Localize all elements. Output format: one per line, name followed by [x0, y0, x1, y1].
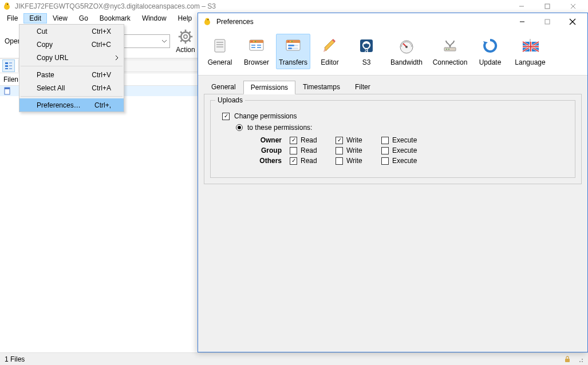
- svg-rect-33: [545, 19, 550, 24]
- action-label: Action: [176, 46, 195, 54]
- menu-help[interactable]: Help: [172, 13, 198, 23]
- svg-point-43: [253, 41, 254, 42]
- edit-menu-copy-url[interactable]: Copy URL: [19, 51, 124, 64]
- svg-rect-46: [251, 47, 255, 48]
- group-read-checkbox[interactable]: [290, 147, 297, 154]
- svg-point-61: [405, 46, 408, 48]
- prefs-tab-transfers[interactable]: Transfers: [276, 34, 310, 69]
- gear-icon: [177, 29, 194, 45]
- svg-point-27: [579, 361, 581, 362]
- svg-point-51: [288, 41, 289, 42]
- prefs-tab-s3[interactable]: a S3: [349, 34, 384, 69]
- others-execute-checkbox[interactable]: [381, 157, 389, 165]
- menu-bookmark[interactable]: Bookmark: [94, 13, 136, 23]
- svg-rect-69: [523, 46, 539, 47]
- svg-rect-57: [288, 47, 292, 49]
- prefs-tab-bandwidth[interactable]: Bandwidth: [386, 34, 427, 69]
- subtab-filter[interactable]: Filter: [348, 80, 378, 94]
- others-read-checkbox[interactable]: [290, 157, 297, 165]
- others-write-checkbox[interactable]: [336, 157, 343, 165]
- prefs-tab-transfers-label: Transfers: [279, 58, 307, 66]
- svg-point-44: [255, 41, 256, 42]
- prefs-tab-connection-label: Connection: [433, 58, 468, 66]
- read-label: Read: [301, 136, 317, 144]
- svg-line-15: [189, 31, 191, 33]
- svg-rect-37: [216, 42, 223, 43]
- menu-edit[interactable]: Edit: [23, 13, 47, 23]
- bandwidth-icon: [397, 37, 416, 55]
- edit-menu-cut[interactable]: Cut Ctrl+X: [19, 25, 124, 38]
- transfers-icon: [284, 37, 302, 55]
- read-label: Read: [301, 157, 317, 165]
- prefs-tab-language-label: Language: [515, 58, 545, 66]
- resize-grip-icon[interactable]: [577, 356, 583, 363]
- edit-menu-paste[interactable]: Paste Ctrl+V: [19, 68, 124, 81]
- status-bar: 1 Files: [0, 352, 588, 365]
- prefs-tab-editor[interactable]: Editor: [313, 34, 347, 69]
- menu-separator: [21, 66, 123, 66]
- group-write-checkbox[interactable]: [336, 147, 343, 154]
- prefs-minimize-button[interactable]: [510, 13, 535, 30]
- subtab-general[interactable]: General: [204, 80, 243, 94]
- language-icon: [521, 37, 539, 55]
- owner-execute-checkbox[interactable]: [381, 137, 389, 144]
- owner-read-checkbox[interactable]: [290, 137, 297, 144]
- edit-menu-select-all-shortcut: Ctrl+A: [92, 84, 111, 92]
- edit-menu-select-all[interactable]: Select All Ctrl+A: [19, 81, 124, 94]
- prefs-tab-browser[interactable]: Browser: [239, 34, 274, 69]
- connection-icon: [441, 37, 459, 55]
- svg-rect-45: [251, 45, 255, 46]
- menu-view[interactable]: View: [47, 13, 73, 23]
- svg-rect-25: [565, 359, 570, 362]
- to-these-permissions-radio[interactable]: [236, 124, 243, 131]
- prefs-tab-language[interactable]: Language: [510, 34, 551, 69]
- prefs-tab-update-label: Update: [479, 58, 502, 66]
- preferences-toolbar: General Browser Transfers Editor a S3 Ba…: [198, 30, 587, 76]
- main-close-button[interactable]: [560, 0, 586, 13]
- chevron-right-icon: [115, 55, 119, 61]
- svg-line-14: [189, 39, 191, 41]
- svg-text:a: a: [365, 46, 369, 54]
- status-file-count: 1 Files: [5, 355, 25, 363]
- change-permissions-checkbox[interactable]: [222, 113, 230, 120]
- main-maximize-button[interactable]: [534, 0, 560, 13]
- svg-point-26: [582, 361, 583, 362]
- to-these-permissions-label: to these permissions:: [247, 124, 312, 132]
- menu-go[interactable]: Go: [73, 13, 94, 23]
- svg-point-28: [582, 359, 583, 360]
- svg-point-30: [206, 18, 210, 22]
- action-button[interactable]: Action: [176, 29, 195, 54]
- group-execute-checkbox[interactable]: [381, 147, 389, 154]
- edit-menu-copy-shortcut: Ctrl+C: [92, 41, 111, 49]
- editor-icon: [321, 37, 339, 55]
- app-duck-icon: [2, 2, 11, 11]
- svg-rect-48: [257, 47, 261, 48]
- subtab-timestamps[interactable]: Timestamps: [295, 80, 348, 94]
- svg-rect-64: [448, 49, 449, 50]
- tree-toggle-button[interactable]: [2, 59, 15, 72]
- svg-point-53: [291, 41, 293, 42]
- owner-write-checkbox[interactable]: [336, 137, 343, 144]
- menu-window[interactable]: Window: [136, 13, 172, 23]
- subtab-permissions[interactable]: Permissions: [243, 81, 295, 94]
- menu-separator: [21, 96, 123, 97]
- perm-row-others-label: Others: [250, 157, 282, 165]
- edit-menu-copy[interactable]: Copy Ctrl+C: [19, 38, 124, 51]
- svg-rect-36: [215, 39, 225, 52]
- svg-point-42: [251, 41, 252, 42]
- preferences-window: Preferences General Browser Transfers Ed…: [198, 13, 588, 352]
- main-minimize-button[interactable]: [508, 0, 534, 13]
- file-icon: [3, 87, 11, 95]
- prefs-tab-update[interactable]: Update: [473, 34, 507, 69]
- menu-file[interactable]: File: [1, 13, 23, 23]
- prefs-close-button[interactable]: [560, 13, 585, 30]
- prefs-maximize-button[interactable]: [535, 13, 560, 30]
- browser-icon: [247, 37, 266, 55]
- prefs-tab-general[interactable]: General: [203, 34, 237, 69]
- edit-menu-copy-label: Copy: [37, 41, 53, 49]
- preferences-titlebar: Preferences: [198, 13, 587, 30]
- edit-menu-copy-url-label: Copy URL: [37, 54, 68, 62]
- prefs-tab-connection[interactable]: Connection: [429, 34, 471, 69]
- app-duck-icon: [203, 17, 212, 26]
- edit-menu-preferences[interactable]: Preferences… Ctrl+,: [19, 98, 124, 112]
